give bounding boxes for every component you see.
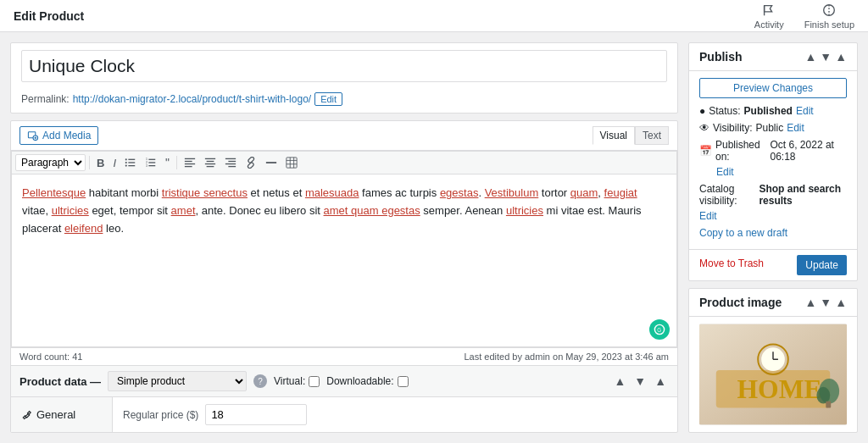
blockquote-button[interactable]: " <box>162 154 173 171</box>
flag-icon <box>761 3 776 18</box>
ordered-list-button[interactable]: 123 <box>142 155 160 170</box>
link-icon <box>245 157 257 169</box>
catalog-vis-inline: Catalog visibility: Shop and search resu… <box>699 183 847 207</box>
move-to-trash-link[interactable]: Move to Trash <box>699 257 764 269</box>
list-ul-icon <box>125 157 136 169</box>
link-amet1[interactable]: amet <box>171 204 196 217</box>
toolbar-separator-1 <box>89 156 90 169</box>
update-button[interactable]: Update <box>797 255 847 275</box>
visibility-label: Visibility: <box>713 122 752 134</box>
link-egestas1[interactable]: egestas <box>440 186 479 199</box>
unordered-list-button[interactable] <box>121 155 140 170</box>
link-ultricies1[interactable]: ultricies <box>52 204 89 217</box>
product-image-up-button[interactable]: ▲ <box>804 296 816 309</box>
svg-rect-31 <box>287 158 297 168</box>
text-content-area[interactable]: Pellentesque habitant morbi tristique se… <box>11 174 677 347</box>
publish-panel-down-button[interactable]: ▼ <box>820 50 832 64</box>
add-media-button[interactable]: Add Media <box>19 126 98 145</box>
product-image-panel: Product image ▲ ▼ ▲ <box>688 288 858 433</box>
publish-panel-toggle-button[interactable]: ▲ <box>835 50 847 64</box>
content-area: Permalink: http://dokan-migrator-2.local… <box>10 42 678 433</box>
product-data-down-button[interactable]: ▼ <box>632 374 648 389</box>
calendar-icon: 📅 <box>699 145 712 157</box>
link-amet2[interactable]: amet quam egestas <box>324 204 420 217</box>
virtual-label: Virtual: <box>274 375 305 387</box>
visibility-value: Public <box>755 122 783 134</box>
bold-button[interactable]: B <box>93 155 108 171</box>
downloadable-checkbox[interactable] <box>398 376 409 387</box>
link-ultricies2[interactable]: ultricies <box>506 204 543 217</box>
activity-label: Activity <box>754 19 784 30</box>
product-image-svg: HOME <box>699 324 847 425</box>
preview-changes-button[interactable]: Preview Changes <box>699 78 847 98</box>
toolbar-separator-2 <box>176 156 177 169</box>
general-row: General Regular price ($) <box>11 396 677 432</box>
publish-panel-footer: Move to Trash Update <box>689 249 857 280</box>
general-tab[interactable]: General <box>11 397 113 432</box>
link-button[interactable] <box>242 155 260 170</box>
permalink-label: Permalink: <box>21 93 70 105</box>
product-data-close-button[interactable]: ▲ <box>652 374 669 389</box>
copy-to-draft-link[interactable]: Copy to a new draft <box>699 227 847 239</box>
activity-button[interactable]: Activity <box>754 3 784 30</box>
align-left-button[interactable] <box>181 155 199 170</box>
editor-footer: Word count: 41 Last edited by admin on M… <box>11 347 677 365</box>
published-on-label: Published on: <box>715 139 767 163</box>
publish-panel-header: Publish ▲ ▼ ▲ <box>689 43 857 71</box>
tab-text[interactable]: Text <box>635 126 669 145</box>
publish-panel-body: Preview Changes ● Status: Published Edit… <box>689 71 857 249</box>
grammarly-icon: G <box>654 324 665 335</box>
italic-button[interactable]: I <box>109 155 120 171</box>
tab-visual[interactable]: Visual <box>593 126 635 145</box>
svg-rect-21 <box>185 166 192 167</box>
help-icon[interactable]: ? <box>253 374 267 388</box>
link-eleifend[interactable]: eleifend <box>64 222 103 235</box>
svg-rect-19 <box>185 161 192 162</box>
link-vestibulum[interactable]: Vestibulum <box>485 186 539 199</box>
svg-rect-8 <box>128 165 135 166</box>
permalink-link[interactable]: http://dokan-migrator-2.local/product/t-… <box>73 93 311 105</box>
svg-rect-7 <box>128 162 135 163</box>
product-image-toggle-button[interactable]: ▲ <box>835 296 847 309</box>
add-media-icon <box>27 130 39 141</box>
align-right-button[interactable] <box>221 155 240 170</box>
published-on-edit-link[interactable]: Edit <box>716 166 734 178</box>
product-image[interactable]: HOME <box>699 324 847 425</box>
visual-text-tabs: Visual Text <box>593 126 669 145</box>
product-title-input[interactable] <box>21 50 667 82</box>
status-label: Status: <box>709 105 740 117</box>
svg-rect-13 <box>148 162 155 163</box>
align-center-button[interactable] <box>201 155 220 170</box>
wrench-icon <box>21 410 31 420</box>
virtual-checkbox[interactable] <box>309 376 320 387</box>
finish-setup-button[interactable]: Finish setup <box>804 3 854 30</box>
link-quam[interactable]: quam <box>570 186 598 199</box>
table-button[interactable] <box>282 155 301 170</box>
product-type-select[interactable]: Simple product Variable product Grouped … <box>108 371 247 391</box>
link-feugiat[interactable]: feugiat <box>604 186 637 199</box>
permalink-edit-button[interactable]: Edit <box>314 92 342 106</box>
align-left-icon <box>184 157 196 169</box>
link-pellentesque[interactable]: Pellentesque <box>22 186 86 199</box>
status-edit-link[interactable]: Edit <box>796 105 814 117</box>
regular-price-input[interactable] <box>205 404 307 425</box>
svg-rect-28 <box>225 163 236 164</box>
link-tristique[interactable]: tristique senectus <box>162 186 248 199</box>
finish-setup-label: Finish setup <box>804 19 854 30</box>
publish-panel-up-button[interactable]: ▲ <box>804 50 816 64</box>
visibility-edit-link[interactable]: Edit <box>787 122 804 134</box>
svg-rect-30 <box>266 162 276 163</box>
catalog-vis-edit-link[interactable]: Edit <box>699 210 717 222</box>
horizontal-rule-button[interactable] <box>262 155 281 170</box>
product-data-arrows: ▲ ▼ ▲ <box>611 374 669 389</box>
product-image-down-button[interactable]: ▼ <box>820 296 832 309</box>
grammarly-button[interactable]: G <box>649 319 670 340</box>
permalink-row: Permalink: http://dokan-migrator-2.local… <box>11 89 677 113</box>
published-on-inline: 📅 Published on: Oct 6, 2022 at 06:18 <box>699 139 847 163</box>
top-bar: Edit Product Activity Finish setup <box>0 0 868 32</box>
paragraph-select[interactable]: Paragraph <box>15 154 86 171</box>
svg-rect-29 <box>228 166 236 167</box>
editor-card: Add Media Visual Text Paragraph B I <box>10 120 678 433</box>
link-malesuada[interactable]: malesuada <box>305 186 359 199</box>
product-data-up-button[interactable]: ▲ <box>611 374 628 389</box>
